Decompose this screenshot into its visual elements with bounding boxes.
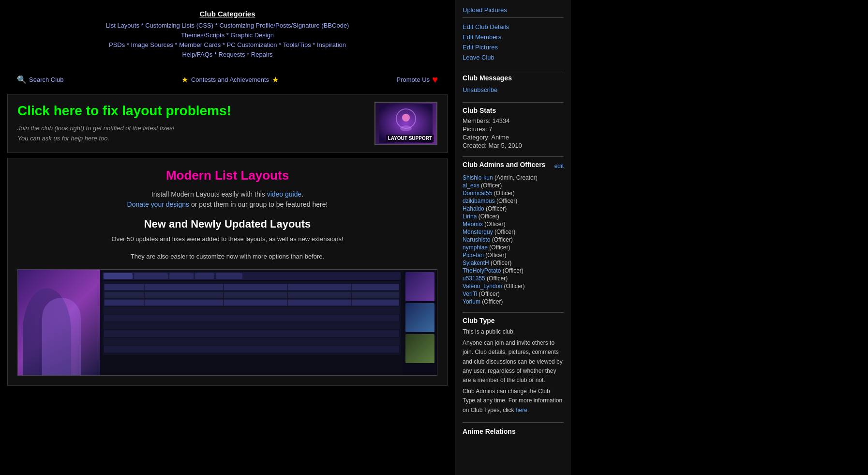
fix-layout-banner[interactable]: Click here to fix layout problems! Join …	[7, 94, 448, 153]
edit-club-details-link[interactable]: Edit Club Details	[463, 22, 564, 32]
contests-label: Contests and Achievements	[191, 76, 269, 83]
admin-lirina-link[interactable]: Lirina	[463, 213, 477, 220]
admins-list: Shishio-kun (Admin, Creator) al_exs (Off…	[463, 174, 564, 305]
upload-pictures-link[interactable]: Upload Pictures	[463, 5, 564, 15]
video-guide-link[interactable]: video guide	[267, 190, 302, 198]
promote-label: Promote Us	[396, 76, 430, 83]
fix-banner-img-label: LAYOUT SUPPORT	[386, 135, 434, 142]
search-club-btn[interactable]: 🔍 Search Club	[17, 75, 64, 84]
admin-sylakenth: SylakentH (Officer)	[463, 260, 564, 266]
club-type-title: Club Type	[463, 317, 564, 324]
admin-yorium-link[interactable]: Yorium	[463, 298, 480, 305]
admins-title: Club Admins and Officers	[463, 161, 545, 169]
anime-relations-section: Anime Relations	[463, 428, 564, 435]
admin-hahaido: Hahaido (Officer)	[463, 205, 564, 212]
svg-point-3	[400, 125, 412, 131]
anime-relations-title: Anime Relations	[463, 428, 564, 435]
club-categories-title: Club Categories	[17, 10, 438, 18]
category-text: Category: Anime	[463, 134, 564, 141]
admin-valerio-link[interactable]: Valerio_Lyndon	[463, 283, 502, 290]
new-layouts-desc1: Over 50 updates and fixes were added to …	[17, 234, 437, 245]
layout-preview-inner	[18, 270, 437, 375]
admin-pico-tan-link[interactable]: Pico-tan	[463, 252, 484, 259]
club-type-section: Club Type This is a public club. Anyone …	[463, 317, 564, 415]
tools-tips-link[interactable]: Tools/Tips	[283, 41, 311, 48]
inspiration-link[interactable]: Inspiration	[317, 41, 346, 48]
admin-dzikibambus: dzikibambus (Officer)	[463, 198, 564, 204]
admin-yorium: Yorium (Officer)	[463, 298, 564, 305]
new-layouts-desc2: They are also easier to customize now wi…	[17, 252, 437, 262]
admin-shishio-link[interactable]: Shishio-kun	[463, 174, 493, 181]
admin-nymphiae-link[interactable]: nymphiae	[463, 244, 488, 251]
repairs-link[interactable]: Repairs	[251, 51, 273, 58]
admin-sylakenth-link[interactable]: SylakentH	[463, 260, 489, 266]
cat-row-2: Themes/Scripts * Graphic Design	[17, 31, 438, 39]
edit-members-link[interactable]: Edit Members	[463, 32, 564, 42]
graphic-design-link[interactable]: Graphic Design	[231, 31, 274, 39]
customizing-lists-link[interactable]: Customizing Lists (CSS)	[145, 22, 213, 29]
star-icon-right: ★	[272, 75, 279, 84]
admin-meomix-link[interactable]: Meomix	[463, 221, 483, 228]
edit-admins-link[interactable]: edit	[554, 163, 564, 169]
help-faqs-link[interactable]: Help/FAQs	[182, 51, 212, 58]
admin-u531355: u531355 (Officer)	[463, 275, 564, 282]
cat-row-4: Help/FAQs * Requests * Repairs	[17, 51, 438, 58]
admin-shishio: Shishio-kun (Admin, Creator)	[463, 174, 564, 181]
customizing-profile-link[interactable]: Customizing Profile/Posts/Signature (BBC…	[219, 22, 349, 29]
admin-theholypotato-link[interactable]: TheHolyPotato	[463, 267, 501, 274]
fix-banner-line2: You can ask us for help here too.	[17, 135, 109, 142]
leave-club-link[interactable]: Leave Club	[463, 52, 564, 62]
list-layouts-link[interactable]: List Layouts	[106, 22, 139, 29]
nav-bar: 🔍 Search Club ★ Contests and Achievement…	[7, 70, 448, 89]
admin-meomix: Meomix (Officer)	[463, 221, 564, 228]
club-admins-header: Club Admins and Officers edit	[463, 161, 564, 171]
admin-al-exs: al_exs (Officer)	[463, 182, 564, 189]
cat-row-1: List Layouts * Customizing Lists (CSS) *…	[17, 22, 438, 29]
sidebar: Upload Pictures Edit Club Details Edit M…	[455, 0, 571, 475]
heart-icon: ♥	[432, 74, 438, 85]
admin-dzikibambus-link[interactable]: dzikibambus	[463, 198, 495, 204]
promote-us-btn[interactable]: Promote Us ♥	[396, 74, 438, 85]
themes-scripts-link[interactable]: Themes/Scripts	[181, 31, 224, 39]
donate-designs-link[interactable]: Donate your designs	[127, 200, 189, 208]
image-sources-link[interactable]: Image Sources	[131, 41, 173, 48]
search-icon: 🔍	[17, 75, 27, 84]
psds-link[interactable]: PSDs	[109, 41, 125, 48]
edit-pictures-link[interactable]: Edit Pictures	[463, 42, 564, 52]
fix-banner-image: LAYOUT SUPPORT	[374, 102, 437, 145]
admin-narushisto: Narushisto (Officer)	[463, 236, 564, 243]
admin-narushisto-link[interactable]: Narushisto	[463, 236, 490, 243]
admin-hahaido-link[interactable]: Hahaido	[463, 205, 484, 212]
modern-layouts-section: Modern List Layouts Install Modern Layou…	[7, 158, 448, 386]
new-layouts-title: New and Newly Updated Layouts	[17, 218, 437, 230]
admin-theholypotato: TheHolyPotato (Officer)	[463, 267, 564, 274]
admin-monsterguy-link[interactable]: Monsterguy	[463, 229, 493, 235]
layout-preview	[17, 269, 437, 376]
admin-monsterguy: Monsterguy (Officer)	[463, 229, 564, 235]
main-content: Club Categories List Layouts * Customizi…	[0, 0, 455, 475]
donate-text: Donate your designs or post them in our …	[17, 200, 437, 208]
admin-valerio: Valerio_Lyndon (Officer)	[463, 283, 564, 290]
pc-customization-link[interactable]: PC Customization	[227, 41, 277, 48]
fix-banner-heading: Click here to fix layout problems!	[17, 103, 231, 119]
admin-u531355-link[interactable]: u531355	[463, 275, 485, 282]
club-messages-section: Club Messages Unsubscribe	[463, 74, 564, 95]
club-messages-title: Club Messages	[463, 74, 564, 82]
requests-link[interactable]: Requests	[219, 51, 245, 58]
install-text: Install Modern Layouts easily with this …	[17, 190, 437, 198]
contests-achievements-btn[interactable]: ★ Contests and Achievements ★	[181, 75, 279, 84]
members-count: Members: 14334	[463, 117, 564, 124]
pictures-count: Pictures: 7	[463, 125, 564, 133]
fix-banner-text: Click here to fix layout problems! Join …	[17, 103, 231, 144]
club-type-desc2: Anyone can join and invite others to joi…	[463, 338, 564, 385]
member-cards-link[interactable]: Member Cards	[179, 41, 221, 48]
fix-banner-line1: Join the club (look right) to get notifi…	[17, 124, 174, 132]
club-admins-section: Club Admins and Officers edit Shishio-ku…	[463, 161, 564, 305]
club-type-here-link[interactable]: here	[516, 407, 527, 414]
club-type-desc1: This is a public club.	[463, 327, 564, 337]
svg-point-2	[402, 114, 410, 122]
admin-doomcat55-link[interactable]: Doomcat55	[463, 190, 492, 197]
admin-veriti-link[interactable]: VeriTi	[463, 291, 477, 297]
admin-al-exs-link[interactable]: al_exs	[463, 182, 479, 189]
unsubscribe-link[interactable]: Unsubscribe	[463, 85, 564, 95]
